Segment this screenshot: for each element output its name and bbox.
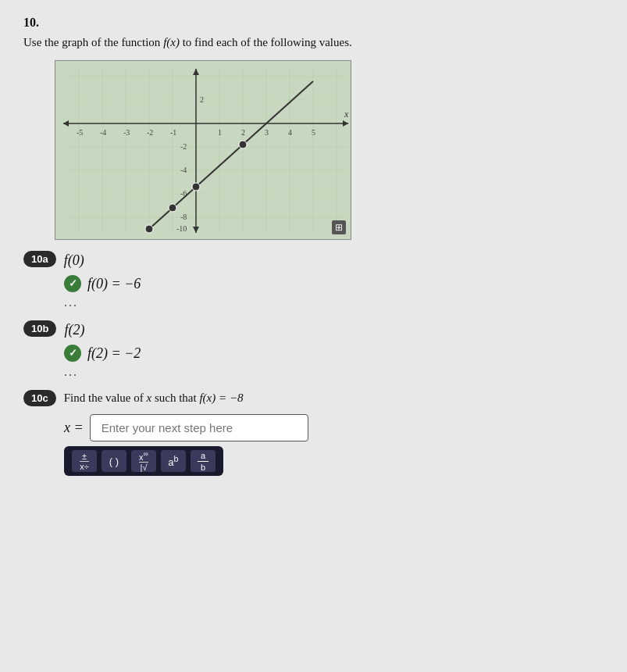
svg-text:-1: -1 bbox=[170, 128, 176, 137]
svg-text:x: x bbox=[344, 109, 349, 120]
fraction-top: a bbox=[201, 451, 205, 460]
problem-title: Use the graph of the function f(x) to fi… bbox=[23, 34, 604, 51]
function-notation: f(x) bbox=[163, 36, 180, 48]
svg-point-44 bbox=[239, 141, 247, 148]
problem-number: 10. bbox=[23, 16, 604, 30]
svg-text:-5: -5 bbox=[77, 128, 83, 137]
x-equals-label: x = bbox=[64, 420, 84, 436]
expand-graph-icon[interactable] bbox=[332, 220, 346, 234]
part-10b-badge: 10b bbox=[23, 320, 56, 337]
parentheses-label: ( ) bbox=[109, 456, 119, 467]
part-10a-question: f(0) bbox=[64, 251, 84, 270]
part-10b-dots: ... bbox=[64, 365, 604, 379]
svg-point-43 bbox=[192, 183, 200, 191]
svg-marker-24 bbox=[193, 227, 199, 233]
svg-marker-23 bbox=[193, 69, 199, 75]
title-suffix: to find each of the following values. bbox=[183, 36, 352, 48]
part-10c-question: Find the value of x such that f(x) = −8 bbox=[64, 390, 244, 406]
svg-text:-10: -10 bbox=[176, 224, 187, 233]
svg-point-45 bbox=[145, 225, 153, 233]
svg-text:-2: -2 bbox=[180, 142, 187, 151]
part-10b-question: f(2) bbox=[64, 320, 84, 340]
part-10c-badge: 10c bbox=[23, 390, 56, 406]
exponent-label: ab bbox=[168, 454, 178, 468]
svg-marker-21 bbox=[63, 120, 69, 127]
part-10c-row: 10c Find the value of x such that f(x) =… bbox=[23, 390, 604, 406]
fraction-bottom: b bbox=[201, 463, 205, 472]
part-10a-badge: 10a bbox=[23, 251, 56, 267]
fraction-divider bbox=[198, 461, 208, 462]
function-graph: x -5 -4 -3 -2 -1 1 2 3 4 5 2 -2 -4 -6 -8… bbox=[55, 61, 351, 240]
svg-text:1: 1 bbox=[218, 128, 222, 137]
step-input[interactable] bbox=[90, 414, 308, 441]
part-10b-answer: f(2) = −2 bbox=[87, 345, 141, 362]
title-text: Use the graph of the function bbox=[23, 36, 163, 48]
plus-minus-button[interactable]: ± x÷ bbox=[72, 450, 97, 472]
svg-text:2: 2 bbox=[200, 95, 204, 104]
parentheses-button[interactable]: ( ) bbox=[102, 450, 126, 472]
svg-text:-2: -2 bbox=[147, 128, 153, 137]
check-icon-10a bbox=[64, 275, 81, 292]
svg-text:-4: -4 bbox=[100, 128, 106, 137]
svg-text:2: 2 bbox=[241, 128, 245, 137]
check-icon-10b bbox=[64, 345, 81, 362]
fraction-button[interactable]: a b bbox=[191, 450, 216, 472]
svg-text:-3: -3 bbox=[123, 128, 130, 137]
part-10b-row: 10b f(2) bbox=[23, 320, 604, 340]
part-10a-dots: ... bbox=[64, 295, 604, 309]
part-10a-row: 10a f(0) bbox=[23, 251, 604, 270]
exponent-button[interactable]: ab bbox=[161, 450, 186, 472]
svg-text:4: 4 bbox=[288, 128, 292, 137]
svg-text:-4: -4 bbox=[180, 166, 187, 174]
nth-root-button[interactable]: x∞ |√ bbox=[131, 450, 156, 472]
part-10a-answer: f(0) = −6 bbox=[87, 276, 141, 292]
svg-point-46 bbox=[169, 204, 176, 212]
part-10c-input-row: x = bbox=[64, 414, 604, 441]
svg-marker-20 bbox=[343, 120, 348, 127]
svg-text:5: 5 bbox=[312, 128, 315, 137]
part-10a-answer-row: f(0) = −6 bbox=[64, 275, 604, 292]
problem-container: 10. Use the graph of the function f(x) t… bbox=[23, 16, 604, 476]
svg-text:-8: -8 bbox=[180, 213, 187, 221]
svg-text:3: 3 bbox=[265, 128, 269, 137]
math-toolbar: ± x÷ ( ) x∞ |√ ab a b bbox=[64, 446, 223, 476]
part-10b-answer-row: f(2) = −2 bbox=[64, 345, 604, 362]
graph-container: x -5 -4 -3 -2 -1 1 2 3 4 5 2 -2 -4 -6 -8… bbox=[55, 60, 351, 240]
